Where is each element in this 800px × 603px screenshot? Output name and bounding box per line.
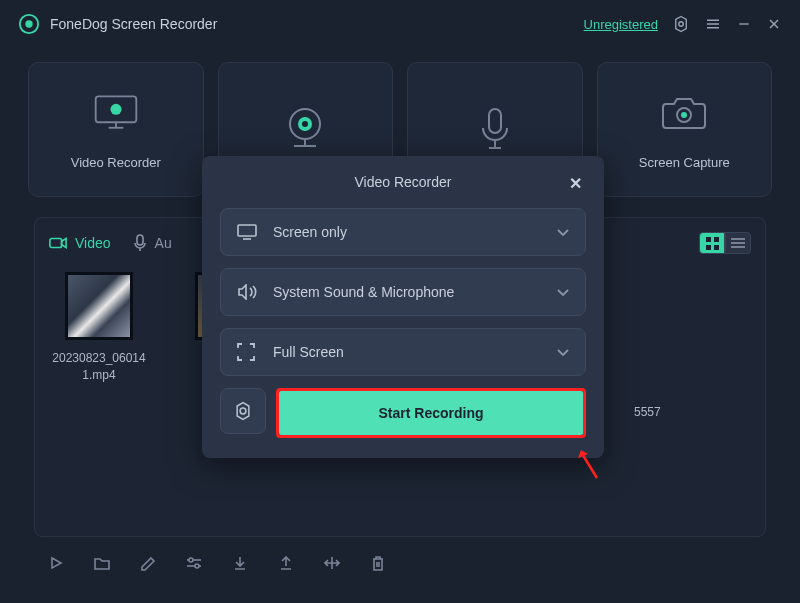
option-label: Full Screen: [273, 344, 557, 360]
thumbnail: [65, 272, 133, 340]
svg-rect-22: [706, 237, 711, 242]
app-logo: [18, 13, 40, 35]
svg-point-32: [195, 564, 199, 568]
share-icon[interactable]: [276, 553, 296, 573]
view-list-icon[interactable]: [725, 232, 751, 254]
fullscreen-icon: [237, 343, 259, 361]
svg-point-13: [110, 104, 121, 115]
menu-icon[interactable]: [704, 15, 722, 33]
svg-rect-23: [714, 237, 719, 242]
chevron-down-icon: [557, 223, 569, 241]
mode-label: Screen Capture: [639, 155, 730, 170]
delete-icon[interactable]: [368, 553, 388, 573]
titlebar: FoneDog Screen Recorder Unregistered: [0, 0, 800, 48]
folder-icon[interactable]: [92, 553, 112, 573]
option-label: System Sound & Microphone: [273, 284, 557, 300]
option-label: Screen only: [273, 224, 557, 240]
monitor-record-icon: [92, 89, 140, 137]
close-icon[interactable]: [766, 16, 782, 32]
gallery-item[interactable]: 20230823_060141.mp4: [49, 272, 149, 384]
tab-video[interactable]: Video: [49, 235, 111, 251]
camera-icon: [660, 89, 708, 137]
minimize-icon[interactable]: [736, 16, 752, 32]
sound-icon: [237, 284, 259, 300]
svg-point-36: [240, 408, 246, 414]
gallery-label: 5557: [634, 405, 661, 419]
recording-settings-button[interactable]: [220, 388, 266, 434]
monitor-icon: [237, 224, 259, 240]
tab-label: Au: [155, 235, 172, 251]
svg-rect-33: [238, 225, 256, 236]
svg-point-19: [681, 112, 687, 118]
tab-label: Video: [75, 235, 111, 251]
option-capture-area[interactable]: Full Screen: [220, 328, 586, 376]
svg-rect-21: [137, 235, 143, 245]
svg-rect-25: [714, 245, 719, 250]
svg-marker-2: [676, 17, 687, 32]
microphone-icon: [471, 106, 519, 154]
chevron-down-icon: [557, 283, 569, 301]
edit-icon[interactable]: [138, 553, 158, 573]
svg-rect-24: [706, 245, 711, 250]
download-icon[interactable]: [230, 553, 250, 573]
svg-marker-35: [237, 403, 249, 420]
svg-point-16: [302, 121, 308, 127]
option-screen-source[interactable]: Screen only: [220, 208, 586, 256]
svg-rect-20: [50, 239, 62, 248]
webcam-icon: [281, 106, 329, 154]
svg-point-1: [25, 20, 32, 27]
chevron-down-icon: [557, 343, 569, 361]
modal-close-icon[interactable]: ✕: [569, 174, 582, 193]
bottom-toolbar: [0, 537, 800, 589]
modal-title: Video Recorder: [354, 174, 451, 190]
play-icon[interactable]: [46, 553, 66, 573]
tab-audio[interactable]: Au: [133, 234, 172, 252]
svg-point-3: [679, 22, 684, 27]
mode-screen-capture[interactable]: Screen Capture: [597, 62, 773, 197]
svg-rect-17: [489, 109, 501, 133]
video-recorder-modal: Video Recorder ✕ Screen only System Soun…: [202, 156, 604, 458]
gallery-label: 20230823_060141.mp4: [49, 350, 149, 384]
adjust-icon[interactable]: [184, 553, 204, 573]
convert-icon[interactable]: [322, 553, 342, 573]
unregistered-link[interactable]: Unregistered: [584, 17, 658, 32]
svg-point-31: [189, 558, 193, 562]
mode-label: Video Recorder: [71, 155, 161, 170]
view-grid-icon[interactable]: [699, 232, 725, 254]
mode-video-recorder[interactable]: Video Recorder: [28, 62, 204, 197]
start-recording-highlight: Start Recording: [276, 388, 586, 438]
settings-gear-icon[interactable]: [672, 15, 690, 33]
app-title: FoneDog Screen Recorder: [50, 16, 584, 32]
start-recording-button[interactable]: Start Recording: [279, 391, 583, 435]
option-audio-source[interactable]: System Sound & Microphone: [220, 268, 586, 316]
